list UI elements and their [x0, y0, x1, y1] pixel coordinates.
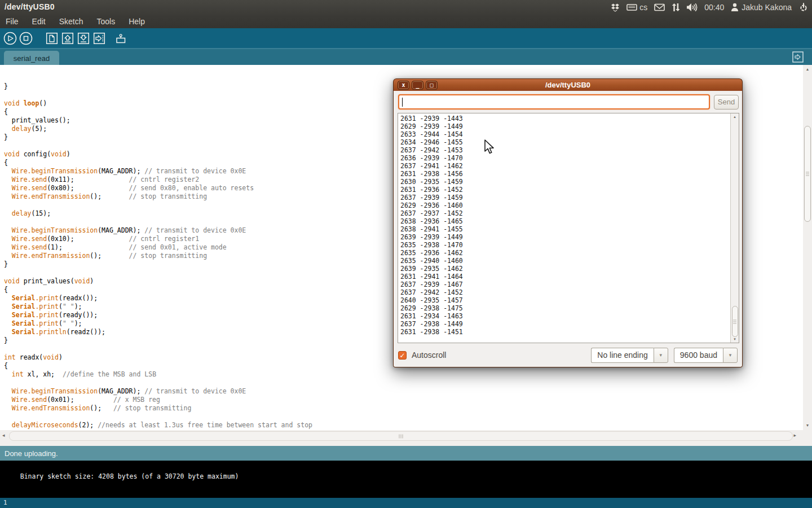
serial-data-line: 2634 -2946 -1455 — [400, 138, 730, 146]
serial-monitor-controls: ✓ Autoscroll No line ending ▾ 9600 baud … — [394, 343, 742, 367]
send-button[interactable]: Send — [714, 95, 739, 110]
line-ending-value: No line ending — [591, 348, 654, 363]
line-number-strip: 1 — [0, 498, 812, 508]
serial-data-line: 2630 -2935 -1459 — [400, 178, 730, 186]
code-line: Wire.send(0x01); // x MSB reg — [4, 396, 803, 404]
console-text: Binary sketch size: 4208 bytes (of a 307… — [20, 472, 239, 480]
stop-button[interactable] — [19, 31, 33, 46]
serial-data-line: 2635 -2936 -1462 — [400, 249, 730, 257]
chevron-down-icon[interactable]: ▾ — [654, 348, 668, 363]
scroll-up-icon[interactable]: ▴ — [803, 66, 812, 73]
serial-output-lines: 2631 -2939 -14432629 -2939 -14492633 -29… — [400, 115, 730, 343]
network-arrows-icon[interactable] — [672, 3, 679, 12]
editor-vscroll-thumb[interactable] — [804, 126, 811, 222]
serial-data-line: 2631 -2941 -1464 — [400, 273, 730, 281]
verify-button[interactable] — [3, 31, 17, 46]
serial-data-line: 2639 -2939 -1449 — [400, 233, 730, 241]
mouse-cursor — [484, 139, 496, 156]
new-tab-button[interactable] — [792, 51, 804, 63]
serial-data-line: 2635 -2940 -1460 — [400, 257, 730, 265]
upload-button[interactable] — [92, 31, 107, 46]
serial-data-line: 2638 -2941 -1455 — [400, 225, 730, 233]
serial-data-line: 2631 -2939 -1443 — [400, 115, 730, 122]
new-button[interactable] — [45, 31, 59, 46]
serial-monitor-button[interactable] — [113, 31, 128, 46]
serial-data-line: 2637 -2942 -1452 — [400, 288, 730, 296]
serial-data-line: 2637 -2937 -1452 — [400, 209, 730, 217]
serial-input[interactable] — [398, 94, 710, 110]
serial-data-line: 2631 -2938 -1451 — [400, 328, 730, 336]
autoscroll-label: Autoscroll — [412, 351, 446, 360]
serial-monitor-titlebar[interactable]: x _ □ /dev/ttyUSB0 — [393, 78, 743, 91]
serial-data-line: 2631 -2934 -1463 — [400, 312, 730, 320]
volume-icon[interactable] — [686, 3, 698, 12]
code-line: int xl, xh; //define the MSB and LSB — [4, 370, 803, 379]
clock[interactable]: 00:40 — [704, 3, 724, 12]
user-menu[interactable]: Jakub Kakona — [731, 3, 792, 12]
tab-serial-read[interactable]: serial_read — [4, 51, 59, 66]
dropbox-icon[interactable] — [611, 3, 620, 12]
code-line — [4, 413, 803, 421]
serial-data-line: 2631 -2936 -1452 — [400, 186, 730, 194]
mail-icon[interactable] — [654, 3, 665, 11]
open-button[interactable] — [60, 31, 75, 46]
editor-hscroll-thumb[interactable] — [9, 431, 793, 441]
serial-data-line: 2637 -2939 -1467 — [400, 281, 730, 288]
baud-rate-dropdown[interactable]: 9600 baud ▾ — [674, 348, 738, 363]
keyboard-icon — [626, 3, 637, 11]
scroll-down-icon[interactable]: ▾ — [803, 422, 812, 429]
serial-vscrollbar[interactable]: ▴ ▾ — [730, 113, 739, 343]
serial-data-line: 2629 -2936 -1460 — [400, 202, 730, 209]
system-tray: cs 00:40 Jakub Kakona — [611, 0, 809, 14]
serial-monitor-body: Send 2631 -2939 -14432629 -2939 -1449263… — [393, 91, 743, 367]
scroll-up-icon[interactable]: ▴ — [731, 114, 739, 120]
serial-monitor-window: x _ □ /dev/ttyUSB0 Send 2631 -2939 -1443… — [393, 78, 743, 367]
toolbar — [0, 28, 812, 48]
menu-help[interactable]: Help — [129, 17, 145, 26]
editor-vscrollbar[interactable]: ▴ ▾ — [803, 65, 812, 430]
serial-data-line: 2636 -2939 -1470 — [400, 154, 730, 162]
code-line: Wire.endTransmission(); // stop transmit… — [4, 404, 803, 413]
serial-data-line: 2629 -2939 -1449 — [400, 122, 730, 130]
top-panel: /dev/ttyUSB0 cs 00:40 Jakub Kakona — [0, 0, 812, 28]
window-title: /dev/ttyUSB0 — [5, 2, 55, 11]
scroll-left-icon[interactable]: ◂ — [2, 432, 5, 438]
desktop: /dev/ttyUSB0 cs 00:40 Jakub Kakona — [0, 0, 812, 508]
scroll-right-icon[interactable]: ▸ — [793, 432, 796, 438]
serial-monitor-title: /dev/ttyUSB0 — [394, 81, 742, 89]
menu-sketch[interactable]: Sketch — [59, 17, 83, 26]
scroll-down-icon[interactable]: ▾ — [731, 336, 739, 342]
menu-tools[interactable]: Tools — [97, 17, 116, 26]
session-gear-icon[interactable] — [798, 2, 809, 12]
serial-data-line: 2635 -2938 -1470 — [400, 241, 730, 249]
user-name: Jakub Kakona — [742, 3, 792, 12]
line-ending-dropdown[interactable]: No line ending ▾ — [591, 348, 668, 363]
serial-data-line: 2639 -2935 -1462 — [400, 265, 730, 273]
serial-data-line: 2629 -2938 -1475 — [400, 304, 730, 312]
serial-vscroll-thumb[interactable] — [732, 306, 738, 337]
editor-hscrollbar[interactable]: ◂ ▸ — [0, 430, 812, 446]
serial-data-line: 2637 -2942 -1453 — [400, 146, 730, 154]
chevron-down-icon[interactable]: ▾ — [723, 348, 738, 363]
serial-data-line: 2633 -2944 -1454 — [400, 130, 730, 138]
keyboard-indicator[interactable]: cs — [626, 3, 647, 12]
menu-edit[interactable]: Edit — [32, 17, 46, 26]
code-line — [4, 379, 803, 387]
user-icon — [731, 3, 739, 11]
status-bar: Done uploading. — [0, 446, 812, 461]
serial-data-line: 2640 -2935 -1457 — [400, 296, 730, 304]
serial-output-area[interactable]: 2631 -2939 -14432629 -2939 -14492633 -29… — [398, 113, 739, 343]
serial-data-line: 2638 -2936 -1465 — [400, 217, 730, 225]
menu-file[interactable]: File — [6, 17, 19, 26]
autoscroll-checkbox[interactable]: ✓ — [398, 351, 407, 360]
status-message: Done uploading. — [5, 449, 58, 458]
save-button[interactable] — [76, 31, 91, 46]
serial-data-line: 2631 -2938 -1456 — [400, 170, 730, 178]
serial-data-line: 2637 -2939 -1459 — [400, 194, 730, 202]
serial-data-line: 2637 -2938 -1449 — [400, 320, 730, 328]
keyboard-layout-label: cs — [639, 3, 647, 12]
tab-bar: serial_read — [0, 48, 812, 65]
build-console: Binary sketch size: 4208 bytes (of a 307… — [0, 461, 812, 498]
line-indicator: 1 — [3, 499, 7, 506]
menu-bar: File Edit Sketch Tools Help — [0, 14, 145, 28]
